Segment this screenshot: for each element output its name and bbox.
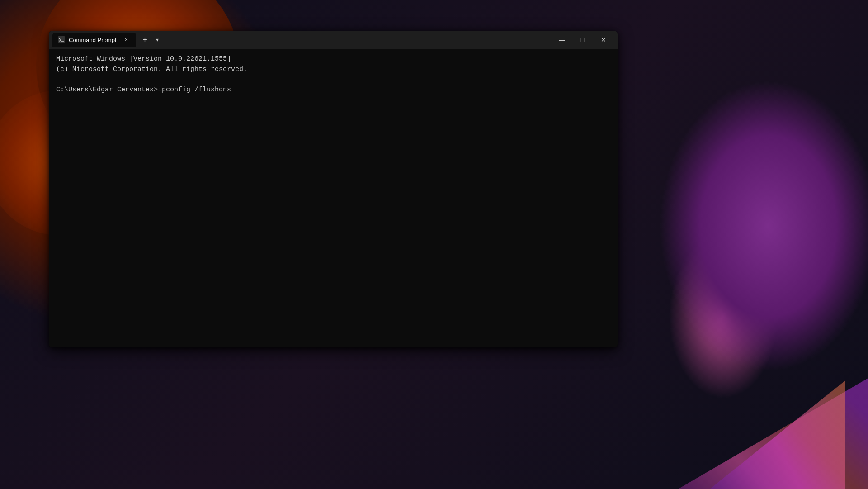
terminal-line-4: C:\Users\Edgar Cervantes>ipconfig /flush… <box>56 85 610 95</box>
close-button[interactable]: ✕ <box>593 33 614 47</box>
active-tab[interactable]: Command Prompt × <box>52 33 136 47</box>
cmd-icon <box>58 36 65 43</box>
window-controls: — □ ✕ <box>552 33 614 47</box>
title-bar-left: Command Prompt × + ▾ <box>52 33 548 47</box>
terminal-line-3 <box>56 75 610 85</box>
tab-title: Command Prompt <box>69 37 116 43</box>
svg-rect-0 <box>58 36 65 43</box>
terminal-content[interactable]: Microsoft Windows [Version 10.0.22621.15… <box>49 49 618 347</box>
tab-dropdown-button[interactable]: ▾ <box>151 34 163 46</box>
title-bar: Command Prompt × + ▾ — □ ✕ <box>49 31 618 49</box>
terminal-line-1: Microsoft Windows [Version 10.0.22621.15… <box>56 54 610 65</box>
command-prompt-window: Command Prompt × + ▾ — □ ✕ Microsoft Win… <box>49 31 618 347</box>
terminal-line-2: (c) Microsoft Corporation. All rights re… <box>56 65 610 75</box>
add-tab-button[interactable]: + <box>138 33 151 47</box>
maximize-button[interactable]: □ <box>572 33 593 47</box>
minimize-button[interactable]: — <box>552 33 572 47</box>
tab-close-button[interactable]: × <box>122 35 131 44</box>
